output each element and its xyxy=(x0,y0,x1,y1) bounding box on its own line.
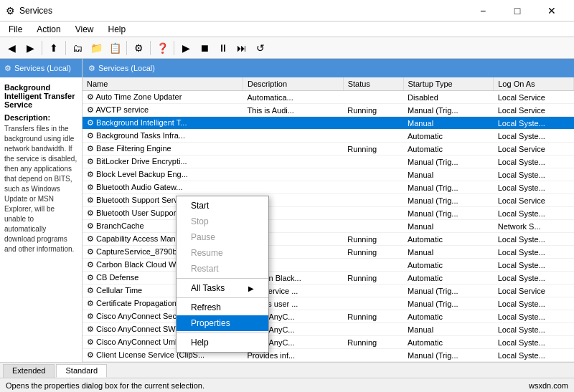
table-cell: This is Audi... xyxy=(243,104,344,117)
table-cell xyxy=(343,220,403,233)
table-row[interactable]: ⚙ CB DefenseCarbon Black...RunningAutoma… xyxy=(83,272,574,285)
table-row[interactable]: ⚙ Base Filtering EngineRunningAutomaticL… xyxy=(83,143,574,156)
service-info: Background Intelligent Transfer Service … xyxy=(0,77,82,260)
table-cell: ⚙ Auto Time Zone Updater xyxy=(83,91,243,104)
left-panel-title: Services (Local) xyxy=(14,64,71,72)
pause-service-button[interactable]: ⏸ xyxy=(215,39,232,57)
table-cell: Manual (Trig... xyxy=(403,349,494,362)
bottom-tabs: Extended Standard xyxy=(0,362,574,378)
table-row[interactable]: ⚙ Background Tasks Infra...AutomaticLoca… xyxy=(83,130,574,143)
col-header-description[interactable]: Description xyxy=(243,77,344,91)
table-row[interactable]: ⚙ Cisco AnyConnect Secure ...Cisco AnyC.… xyxy=(83,310,574,323)
table-row[interactable]: ⚙ Client License Service (ClipS...Provid… xyxy=(83,349,574,362)
forward-button[interactable]: ▶ xyxy=(22,39,39,57)
main-container: ⚙ Services (Local) Background Intelligen… xyxy=(0,59,574,362)
table-row[interactable]: ⚙ Carbon Black Cloud WS...AutomaticLocal… xyxy=(83,259,574,272)
table-row[interactable]: ⚙ Bluetooth Support Serv...Manual (Trig.… xyxy=(83,194,574,207)
table-row[interactable]: ⚙ CaptureService_8790bRunningManualLocal… xyxy=(83,246,574,259)
table-cell xyxy=(243,117,344,130)
ctx-restart[interactable]: Restart xyxy=(177,261,268,277)
tab-standard[interactable]: Standard xyxy=(56,364,107,378)
table-row[interactable]: ⚙ Background Intelligent T...ManualLocal… xyxy=(83,117,574,130)
window-controls: − □ ✕ xyxy=(466,3,568,19)
minimize-button[interactable]: − xyxy=(466,3,499,19)
table-cell: Running xyxy=(343,246,403,259)
table-cell: Running xyxy=(343,104,403,117)
up-button[interactable]: ⬆ xyxy=(45,39,62,57)
table-row[interactable]: ⚙ AVCTP serviceThis is Audi...RunningMan… xyxy=(83,104,574,117)
ctx-properties[interactable]: Properties xyxy=(177,315,268,331)
table-cell: Manual (Trig... xyxy=(403,194,494,207)
ctx-pause[interactable]: Pause xyxy=(177,229,268,245)
table-cell: ⚙ Bluetooth Audio Gatew... xyxy=(83,181,243,194)
table-row[interactable]: ⚙ BranchCacheManualNetwork S... xyxy=(83,220,574,233)
col-header-logon[interactable]: Log On As xyxy=(494,77,574,91)
table-row[interactable]: ⚙ Capability Access Mana...RunningAutoma… xyxy=(83,233,574,246)
table-cell: ⚙ Background Intelligent T... xyxy=(83,117,243,130)
menu-help[interactable]: Help xyxy=(103,23,132,36)
col-header-name[interactable]: Name xyxy=(83,77,243,91)
table-cell: Local Syste... xyxy=(494,310,574,323)
table-row[interactable]: ⚙ Auto Time Zone UpdaterAutomatica...Dis… xyxy=(83,91,574,104)
back-button[interactable]: ◀ xyxy=(3,39,20,57)
table-row[interactable]: ⚙ Cellular TimeThis service ...Manual (T… xyxy=(83,285,574,297)
table-header-row: Name Description Status Startup Type Log… xyxy=(83,77,574,91)
ctx-stop[interactable]: Stop xyxy=(177,214,268,229)
stop-service-button[interactable]: ⏹ xyxy=(196,39,213,57)
table-row[interactable]: ⚙ Certificate PropagationCopies user ...… xyxy=(83,297,574,310)
ctx-help[interactable]: Help xyxy=(177,335,268,350)
table-cell: Local Syste... xyxy=(494,336,574,349)
close-button[interactable]: ✕ xyxy=(535,3,568,19)
ctx-separator-2 xyxy=(177,297,268,298)
ctx-start[interactable]: Start xyxy=(177,198,268,214)
ctx-refresh[interactable]: Refresh xyxy=(177,300,268,315)
table-cell: Local Syste... xyxy=(494,297,574,310)
resume-service-button[interactable]: ⏭ xyxy=(233,39,250,57)
ctx-all-tasks[interactable]: All Tasks ▶ xyxy=(177,280,268,296)
table-row[interactable]: ⚙ Cisco AnyConnect Umbrell...Cisco AnyC.… xyxy=(83,336,574,349)
menu-bar: File Action View Help xyxy=(0,21,574,37)
table-cell: Network S... xyxy=(494,220,574,233)
description-label: Description: xyxy=(4,113,77,122)
table-cell xyxy=(343,297,403,310)
properties-button[interactable]: ⚙ xyxy=(130,39,147,57)
table-cell: Local Service xyxy=(494,91,574,104)
menu-file[interactable]: File xyxy=(3,23,28,36)
show-hide-tree-button[interactable]: 🗂 xyxy=(69,39,86,57)
col-header-status[interactable]: Status xyxy=(343,77,403,91)
right-panel-icon: ⚙ xyxy=(88,64,95,73)
map-drive-button[interactable]: 📁 xyxy=(88,39,105,57)
table-row[interactable]: ⚙ Bluetooth Audio Gatew...Manual (Trig..… xyxy=(83,181,574,194)
left-panel-header: ⚙ Services (Local) xyxy=(0,59,82,77)
col-header-startup[interactable]: Startup Type xyxy=(403,77,494,91)
table-cell xyxy=(343,194,403,207)
help-button[interactable]: ❓ xyxy=(154,39,171,57)
start-service-button[interactable]: ▶ xyxy=(177,39,194,57)
tab-extended[interactable]: Extended xyxy=(3,364,55,378)
table-cell: Manual xyxy=(403,117,494,130)
table-row[interactable]: ⚙ BitLocker Drive Encrypti...Manual (Tri… xyxy=(83,156,574,168)
table-cell: Local Syste... xyxy=(494,117,574,130)
table-cell: Manual xyxy=(403,168,494,181)
table-row[interactable]: ⚙ Cisco AnyConnect SWG Ag...Cisco AnyC..… xyxy=(83,323,574,336)
services-table-container[interactable]: Name Description Status Startup Type Log… xyxy=(83,77,574,362)
restart-service-button[interactable]: ↺ xyxy=(252,39,269,57)
ctx-resume[interactable]: Resume xyxy=(177,245,268,261)
table-cell xyxy=(243,168,344,181)
menu-action[interactable]: Action xyxy=(31,23,66,36)
toolbar: ◀ ▶ ⬆ 🗂 📁 📋 ⚙ ❓ ▶ ⏹ ⏸ ⏭ ↺ xyxy=(0,37,574,59)
disconnect-button[interactable]: 📋 xyxy=(106,39,123,57)
status-bar: Opens the properties dialog box for the … xyxy=(0,378,574,392)
window-title: Services xyxy=(19,6,52,16)
table-row[interactable]: ⚙ Block Level Backup Eng...ManualLocal S… xyxy=(83,168,574,181)
maximize-button[interactable]: □ xyxy=(501,3,534,19)
table-cell: Manual (Trig... xyxy=(403,207,494,220)
table-cell: Local Syste... xyxy=(494,259,574,272)
table-cell xyxy=(343,349,403,362)
table-row[interactable]: ⚙ Clipboard User Service 8790bThis user … xyxy=(83,362,574,363)
table-cell: Local Syste... xyxy=(494,181,574,194)
app-icon: ⚙ xyxy=(6,5,15,16)
table-row[interactable]: ⚙ Bluetooth User Support...Manual (Trig.… xyxy=(83,207,574,220)
context-menu: Start Stop Pause Resume Restart All Task… xyxy=(176,196,269,353)
menu-view[interactable]: View xyxy=(70,23,100,36)
